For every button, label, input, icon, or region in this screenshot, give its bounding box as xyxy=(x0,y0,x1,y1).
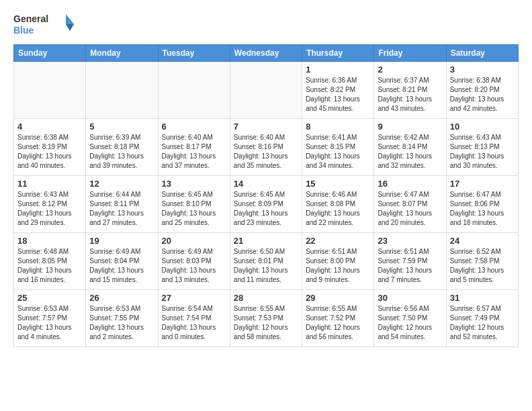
day-number: 21 xyxy=(234,236,298,246)
day-number: 24 xyxy=(450,236,515,246)
day-number: 13 xyxy=(162,179,226,189)
cell-content: Sunrise: 6:49 AM Sunset: 8:03 PM Dayligh… xyxy=(162,247,226,285)
day-number: 25 xyxy=(17,293,82,303)
calendar-cell: 12Sunrise: 6:44 AM Sunset: 8:11 PM Dayli… xyxy=(86,176,158,233)
weekday-header-row: SundayMondayTuesdayWednesdayThursdayFrid… xyxy=(14,45,519,62)
day-number: 2 xyxy=(378,64,442,75)
day-number: 1 xyxy=(306,64,370,75)
calendar-cell: 27Sunrise: 6:54 AM Sunset: 7:54 PM Dayli… xyxy=(158,290,230,347)
day-number: 22 xyxy=(306,236,370,246)
cell-content: Sunrise: 6:40 AM Sunset: 8:16 PM Dayligh… xyxy=(234,133,298,171)
svg-text:General: General xyxy=(13,13,48,24)
calendar-cell: 21Sunrise: 6:50 AM Sunset: 8:01 PM Dayli… xyxy=(230,233,302,290)
cell-content: Sunrise: 6:48 AM Sunset: 8:05 PM Dayligh… xyxy=(17,247,82,285)
calendar-cell: 4Sunrise: 6:38 AM Sunset: 8:19 PM Daylig… xyxy=(14,119,86,176)
cell-content: Sunrise: 6:46 AM Sunset: 8:08 PM Dayligh… xyxy=(306,190,370,228)
cell-content: Sunrise: 6:55 AM Sunset: 7:52 PM Dayligh… xyxy=(306,304,370,342)
calendar-cell: 20Sunrise: 6:49 AM Sunset: 8:03 PM Dayli… xyxy=(158,233,230,290)
day-number: 18 xyxy=(17,236,82,246)
weekday-header-saturday: Saturday xyxy=(446,45,518,62)
calendar-cell: 17Sunrise: 6:47 AM Sunset: 8:06 PM Dayli… xyxy=(446,176,518,233)
calendar-cell: 16Sunrise: 6:47 AM Sunset: 8:07 PM Dayli… xyxy=(374,176,446,233)
cell-content: Sunrise: 6:45 AM Sunset: 8:09 PM Dayligh… xyxy=(234,190,298,228)
calendar-cell: 13Sunrise: 6:45 AM Sunset: 8:10 PM Dayli… xyxy=(158,176,230,233)
day-number: 14 xyxy=(234,179,298,189)
calendar-cell: 14Sunrise: 6:45 AM Sunset: 8:09 PM Dayli… xyxy=(230,176,302,233)
weekday-header-wednesday: Wednesday xyxy=(230,45,302,62)
calendar-cell: 11Sunrise: 6:43 AM Sunset: 8:12 PM Dayli… xyxy=(14,176,86,233)
logo-svg: General Blue xyxy=(13,11,74,38)
calendar-cell: 29Sunrise: 6:55 AM Sunset: 7:52 PM Dayli… xyxy=(302,290,374,347)
cell-content: Sunrise: 6:45 AM Sunset: 8:10 PM Dayligh… xyxy=(162,190,226,228)
logo: General Blue xyxy=(13,11,74,38)
cell-content: Sunrise: 6:41 AM Sunset: 8:15 PM Dayligh… xyxy=(306,133,370,171)
cell-content: Sunrise: 6:47 AM Sunset: 8:06 PM Dayligh… xyxy=(450,190,515,228)
svg-marker-2 xyxy=(66,14,74,24)
day-number: 10 xyxy=(450,122,515,132)
calendar-cell: 9Sunrise: 6:42 AM Sunset: 8:14 PM Daylig… xyxy=(374,119,446,176)
week-row-5: 25Sunrise: 6:53 AM Sunset: 7:57 PM Dayli… xyxy=(14,290,519,347)
day-number: 29 xyxy=(306,293,370,303)
calendar-cell: 26Sunrise: 6:53 AM Sunset: 7:55 PM Dayli… xyxy=(86,290,158,347)
calendar-cell: 5Sunrise: 6:39 AM Sunset: 8:18 PM Daylig… xyxy=(86,119,158,176)
cell-content: Sunrise: 6:43 AM Sunset: 8:13 PM Dayligh… xyxy=(450,133,515,171)
day-number: 12 xyxy=(89,179,154,189)
cell-content: Sunrise: 6:40 AM Sunset: 8:17 PM Dayligh… xyxy=(162,133,226,171)
day-number: 15 xyxy=(306,179,370,189)
day-number: 23 xyxy=(378,236,442,246)
calendar-cell: 22Sunrise: 6:51 AM Sunset: 8:00 PM Dayli… xyxy=(302,233,374,290)
week-row-4: 18Sunrise: 6:48 AM Sunset: 8:05 PM Dayli… xyxy=(14,233,519,290)
calendar-cell: 10Sunrise: 6:43 AM Sunset: 8:13 PM Dayli… xyxy=(446,119,518,176)
day-number: 11 xyxy=(17,179,82,189)
cell-content: Sunrise: 6:51 AM Sunset: 7:59 PM Dayligh… xyxy=(378,247,442,285)
week-row-3: 11Sunrise: 6:43 AM Sunset: 8:12 PM Dayli… xyxy=(14,176,519,233)
weekday-header-thursday: Thursday xyxy=(302,45,374,62)
weekday-header-sunday: Sunday xyxy=(14,45,86,62)
calendar-cell xyxy=(14,62,86,119)
cell-content: Sunrise: 6:53 AM Sunset: 7:57 PM Dayligh… xyxy=(17,304,82,342)
day-number: 20 xyxy=(162,236,226,246)
cell-content: Sunrise: 6:47 AM Sunset: 8:07 PM Dayligh… xyxy=(378,190,442,228)
calendar-cell: 31Sunrise: 6:57 AM Sunset: 7:49 PM Dayli… xyxy=(446,290,518,347)
cell-content: Sunrise: 6:52 AM Sunset: 7:58 PM Dayligh… xyxy=(450,247,515,285)
cell-content: Sunrise: 6:49 AM Sunset: 8:04 PM Dayligh… xyxy=(89,247,154,285)
header: General Blue xyxy=(13,11,519,38)
calendar-cell: 28Sunrise: 6:55 AM Sunset: 7:53 PM Dayli… xyxy=(230,290,302,347)
day-number: 8 xyxy=(306,122,370,132)
day-number: 19 xyxy=(89,236,154,246)
cell-content: Sunrise: 6:56 AM Sunset: 7:50 PM Dayligh… xyxy=(378,304,442,342)
day-number: 31 xyxy=(450,293,515,303)
calendar-cell: 30Sunrise: 6:56 AM Sunset: 7:50 PM Dayli… xyxy=(374,290,446,347)
day-number: 3 xyxy=(450,64,515,75)
svg-text:Blue: Blue xyxy=(13,25,34,36)
cell-content: Sunrise: 6:36 AM Sunset: 8:22 PM Dayligh… xyxy=(306,76,370,113)
day-number: 26 xyxy=(89,293,154,303)
calendar-cell: 2Sunrise: 6:37 AM Sunset: 8:21 PM Daylig… xyxy=(374,62,446,119)
calendar-cell xyxy=(158,62,230,119)
weekday-header-friday: Friday xyxy=(374,45,446,62)
calendar-cell: 19Sunrise: 6:49 AM Sunset: 8:04 PM Dayli… xyxy=(86,233,158,290)
calendar-cell: 3Sunrise: 6:38 AM Sunset: 8:20 PM Daylig… xyxy=(446,62,518,119)
cell-content: Sunrise: 6:57 AM Sunset: 7:49 PM Dayligh… xyxy=(450,304,515,342)
day-number: 7 xyxy=(234,122,298,132)
calendar-cell xyxy=(86,62,158,119)
calendar-cell: 23Sunrise: 6:51 AM Sunset: 7:59 PM Dayli… xyxy=(374,233,446,290)
day-number: 30 xyxy=(378,293,442,303)
calendar-cell: 6Sunrise: 6:40 AM Sunset: 8:17 PM Daylig… xyxy=(158,119,230,176)
day-number: 9 xyxy=(378,122,442,132)
cell-content: Sunrise: 6:55 AM Sunset: 7:53 PM Dayligh… xyxy=(234,304,298,342)
day-number: 4 xyxy=(17,122,82,132)
svg-marker-3 xyxy=(66,24,74,31)
cell-content: Sunrise: 6:37 AM Sunset: 8:21 PM Dayligh… xyxy=(378,76,442,113)
page: General Blue SundayMondayTuesdayWednesda… xyxy=(0,0,532,355)
week-row-2: 4Sunrise: 6:38 AM Sunset: 8:19 PM Daylig… xyxy=(14,119,519,176)
calendar-cell xyxy=(230,62,302,119)
calendar-cell: 7Sunrise: 6:40 AM Sunset: 8:16 PM Daylig… xyxy=(230,119,302,176)
calendar-cell: 24Sunrise: 6:52 AM Sunset: 7:58 PM Dayli… xyxy=(446,233,518,290)
day-number: 16 xyxy=(378,179,442,189)
day-number: 27 xyxy=(162,293,226,303)
cell-content: Sunrise: 6:50 AM Sunset: 8:01 PM Dayligh… xyxy=(234,247,298,285)
day-number: 28 xyxy=(234,293,298,303)
weekday-header-monday: Monday xyxy=(86,45,158,62)
cell-content: Sunrise: 6:43 AM Sunset: 8:12 PM Dayligh… xyxy=(17,190,82,228)
